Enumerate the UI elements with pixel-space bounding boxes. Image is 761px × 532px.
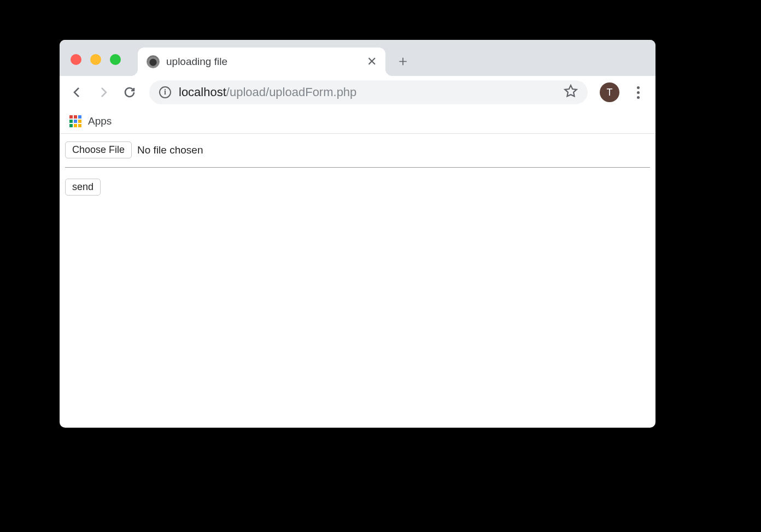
- send-button[interactable]: send: [65, 179, 101, 196]
- file-input[interactable]: Choose File No file chosen: [65, 141, 650, 158]
- tab-strip: uploading file ✕ ＋: [60, 40, 655, 76]
- reload-button[interactable]: [119, 81, 141, 103]
- arrow-left-icon: [71, 86, 84, 99]
- bookmark-star-button[interactable]: [564, 84, 578, 101]
- back-button[interactable]: [66, 81, 88, 103]
- page-content: Choose File No file chosen send: [60, 134, 655, 203]
- bookmarks-bar: Apps: [60, 109, 655, 134]
- choose-file-button[interactable]: Choose File: [65, 141, 132, 158]
- forward-button[interactable]: [92, 81, 114, 103]
- browser-menu-button[interactable]: [627, 81, 649, 103]
- site-info-icon[interactable]: i: [159, 86, 171, 98]
- divider: [65, 167, 650, 168]
- new-tab-button[interactable]: ＋: [395, 53, 411, 68]
- apps-bookmark[interactable]: Apps: [88, 115, 112, 127]
- profile-avatar[interactable]: T: [600, 82, 619, 102]
- star-icon: [564, 84, 578, 98]
- window-minimize-button[interactable]: [90, 54, 101, 65]
- plus-icon: ＋: [396, 51, 410, 70]
- arrow-right-icon: [97, 86, 110, 99]
- browser-toolbar: i localhost/upload/uploadForm.php T: [60, 76, 655, 109]
- apps-icon[interactable]: [69, 115, 81, 127]
- browser-window: uploading file ✕ ＋ i localhost/upload/up…: [60, 40, 655, 428]
- file-chosen-status: No file chosen: [137, 144, 203, 156]
- dots-icon: [637, 86, 640, 89]
- reload-icon: [123, 86, 136, 99]
- window-close-button[interactable]: [71, 54, 81, 65]
- window-maximize-button[interactable]: [110, 54, 121, 65]
- close-tab-icon[interactable]: ✕: [367, 56, 377, 68]
- avatar-initial: T: [607, 87, 613, 98]
- url-path: /upload/uploadForm.php: [226, 85, 357, 99]
- browser-tab[interactable]: uploading file ✕: [138, 48, 385, 76]
- url-host: localhost: [179, 85, 226, 99]
- window-controls: [71, 54, 121, 65]
- tab-favicon: [147, 55, 160, 68]
- tab-title: uploading file: [166, 56, 360, 68]
- address-bar[interactable]: i localhost/upload/uploadForm.php: [149, 80, 588, 104]
- url-text: localhost/upload/uploadForm.php: [179, 85, 556, 99]
